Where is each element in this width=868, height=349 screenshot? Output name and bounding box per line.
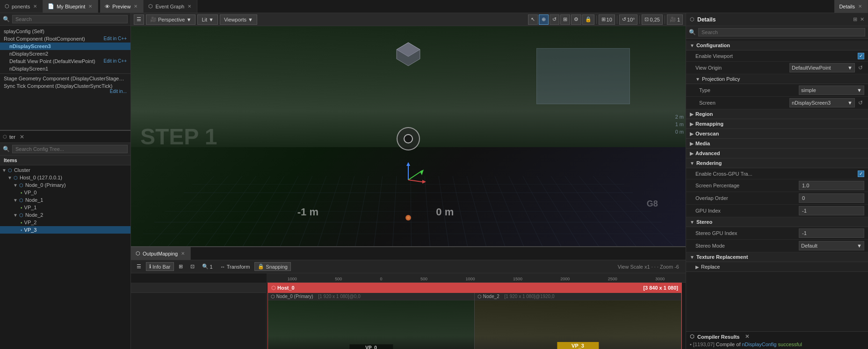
details-close-button[interactable]: ✕ xyxy=(860,16,864,22)
cross-gpu-checkbox[interactable] xyxy=(858,171,864,177)
tab-blueprint[interactable]: 📄 My Blueprint ✕ xyxy=(43,0,98,13)
node2-header: ⬡ Node_2 [1 920 x 1 080]@1920,0 xyxy=(475,293,681,300)
tree-item-node1[interactable]: ▼ ⬡ Node_1 xyxy=(0,196,130,204)
grid-size-button[interactable]: ⊞ 10 xyxy=(599,14,615,25)
snap-tool-button[interactable]: 🔒 xyxy=(582,14,594,25)
select-tool-button[interactable]: ↖ xyxy=(528,14,538,25)
stereo-mode-dropdown[interactable]: Default ▼ xyxy=(799,241,864,250)
vp3-label-box: VP_3 [1 920 x 1 080]@0,0 xyxy=(557,342,599,349)
comp-item-nDisplayScreen3[interactable]: nDisplayScreen3 xyxy=(0,43,130,50)
comp-item-root[interactable]: Root Component (RootComponent) Edit in C… xyxy=(0,35,130,43)
section-advanced[interactable]: ▶ Advanced xyxy=(686,149,868,158)
ter-close[interactable]: ✕ xyxy=(18,134,26,140)
section-overscan[interactable]: ▶ Overscan xyxy=(686,129,868,139)
prop-screen-percentage: Screen Percentage xyxy=(686,179,868,192)
tab-components[interactable]: ⬡ ponents ✕ xyxy=(0,0,43,13)
comp-item-sync-tick[interactable]: Sync Tick Component (DisplayClusterSyncT… xyxy=(0,82,130,95)
type-dropdown[interactable]: simple ▼ xyxy=(799,85,864,95)
perspective-button[interactable]: 🎥 Perspective ▼ xyxy=(146,14,195,25)
tree-item-vp1[interactable]: ▪ VP_1 xyxy=(0,204,130,211)
tab-icon-blueprint: 📄 xyxy=(48,3,54,9)
scale-snap-button[interactable]: ⊡ 0,25 xyxy=(642,14,662,25)
transform-button[interactable]: ↔ Transform xyxy=(217,263,253,271)
output-tab-close[interactable]: ✕ xyxy=(180,251,186,256)
tab-icon-components: ⬡ xyxy=(5,3,9,9)
details-search-input[interactable] xyxy=(698,28,865,36)
info-bar-icon: ℹ xyxy=(149,264,151,270)
details-layout-icon[interactable]: ⊞ xyxy=(853,16,857,22)
view-origin-dropdown[interactable]: DefaultViewPoint ▼ xyxy=(789,63,855,72)
camera-icon: 🎥 xyxy=(670,16,676,22)
section-region[interactable]: ▶ Region xyxy=(686,109,868,119)
details-panel: ⬡ Details ⊞ ✕ 🔍 ▼ Configuration Enable V… xyxy=(686,13,868,349)
grid-toggle-button[interactable]: ⊞ xyxy=(176,263,186,271)
snapping-label: Snapping xyxy=(266,264,288,270)
section-remapping[interactable]: ▶ Remapping xyxy=(686,119,868,129)
enable-viewport-checkbox[interactable] xyxy=(858,53,864,59)
tab-close-blueprint[interactable]: ✕ xyxy=(87,4,93,9)
tab-event-graph[interactable]: ⬡ Event Graph ✕ xyxy=(144,0,197,13)
tree-item-node0[interactable]: ▼ ⬡ Node_0 (Primary) xyxy=(0,181,130,189)
stereo-gpu-input[interactable] xyxy=(799,228,864,238)
rotate-tool-button[interactable]: ↺ xyxy=(550,14,559,25)
comp-edit-link-2[interactable]: Edit in C++ xyxy=(104,58,127,64)
config-search-input[interactable] xyxy=(12,145,128,153)
comp-item-stage-geometry[interactable]: Stage Geometry Component (DisplayCluster… xyxy=(0,75,130,82)
tree-item-vp2[interactable]: ▪ VP_2 xyxy=(0,219,130,226)
section-media[interactable]: ▶ Media xyxy=(686,139,868,149)
tree-item-node2[interactable]: ▼ ⬡ Node_2 xyxy=(0,211,130,219)
view-origin-reset[interactable]: ↺ xyxy=(857,64,864,71)
rotation-snap-button[interactable]: ↺ 10° xyxy=(619,14,638,25)
comp-edit-link-3[interactable]: Edit in... xyxy=(110,89,127,94)
comp-edit-link[interactable]: Edit in C++ xyxy=(104,36,127,41)
scale-tool-button[interactable]: ⊞ xyxy=(560,14,570,25)
hamburger-button[interactable]: ☰ xyxy=(134,14,144,25)
section-replace[interactable]: ▶ Replace xyxy=(686,262,868,272)
tree-item-host0[interactable]: ▼ ⬡ Host_0 (127.0.0.1) xyxy=(0,174,130,181)
section-stereo[interactable]: ▼ Stereo xyxy=(686,217,868,227)
tab-close-event-graph[interactable]: ✕ xyxy=(187,4,192,9)
comp-item-default-viewpoint[interactable]: Default View Point (DefaultViewPoint) Ed… xyxy=(0,57,130,65)
gpu-index-input[interactable] xyxy=(799,206,864,215)
overlap-order-input[interactable] xyxy=(799,193,864,203)
section-texture-replacement[interactable]: ▼ Texture Replacement xyxy=(686,252,868,262)
zoom-fit-button[interactable]: ⊡ xyxy=(188,263,197,271)
add-tool-button[interactable]: ⊕ xyxy=(539,14,549,25)
tab-close-components[interactable]: ✕ xyxy=(32,4,38,9)
section-configuration[interactable]: ▼ Configuration xyxy=(686,41,868,50)
comp-item-nDisplayScreen2[interactable]: nDisplayScreen2 xyxy=(0,50,130,57)
comp-item-display-config[interactable]: splayConfig (Self) xyxy=(0,28,130,35)
screen-reset[interactable]: ↺ xyxy=(857,100,864,106)
prop-type-label: Type xyxy=(699,87,799,93)
compiler-close-button[interactable]: ✕ xyxy=(745,334,749,340)
tab-details[interactable]: details ✕ xyxy=(834,0,868,13)
viewports-button[interactable]: Viewports ▼ xyxy=(220,14,257,25)
screen-percentage-input[interactable] xyxy=(799,181,864,190)
components-search-input[interactable] xyxy=(12,15,128,23)
tab-close-preview[interactable]: ✕ xyxy=(133,4,138,9)
tree-item-vp3[interactable]: ▪ VP_3 xyxy=(0,226,130,234)
settings-tool-button[interactable]: ⚙ xyxy=(571,14,581,25)
rotation-value: 10° xyxy=(627,17,635,22)
tree-item-cluster[interactable]: ▼ ⬡ Cluster xyxy=(0,166,130,174)
cube-widget xyxy=(394,40,422,69)
comp-item-nDisplayScreen1[interactable]: nDisplayScreen1 xyxy=(0,65,130,72)
tab-preview[interactable]: 👁 Preview ✕ xyxy=(100,0,144,13)
snapping-button[interactable]: 🔒 Snapping xyxy=(254,262,291,271)
tree-item-vp0[interactable]: ▪ VP_0 xyxy=(0,189,130,196)
tab-close-details[interactable]: ✕ xyxy=(857,4,863,9)
tab-output-mapping[interactable]: ⬡ OutputMapping ✕ xyxy=(131,247,191,260)
screen-dropdown[interactable]: nDisplayScreen3 ▼ xyxy=(789,98,855,107)
info-bar-button[interactable]: ℹ Info Bar xyxy=(146,262,174,271)
section-rendering[interactable]: ▼ Rendering xyxy=(686,158,868,168)
section-projection-policy[interactable]: ▼ Projection Policy xyxy=(686,74,868,84)
section-label: Configuration xyxy=(696,43,730,48)
lit-button[interactable]: Lit ▼ xyxy=(197,14,218,25)
compiler-header: ⬡ Compiler Results ✕ xyxy=(690,334,864,340)
viewport[interactable]: STEP 1 xyxy=(131,26,686,246)
prop-enable-viewport-value xyxy=(858,53,864,59)
zoom-1-button[interactable]: 🔍 1 xyxy=(199,263,216,271)
output-hamburger-button[interactable]: ☰ xyxy=(134,263,144,271)
camera-speed-button[interactable]: 🎥 1 xyxy=(667,14,683,25)
output-canvas[interactable]: 1000 500 0 500 1000 1500 2000 2500 3000 xyxy=(131,273,686,349)
